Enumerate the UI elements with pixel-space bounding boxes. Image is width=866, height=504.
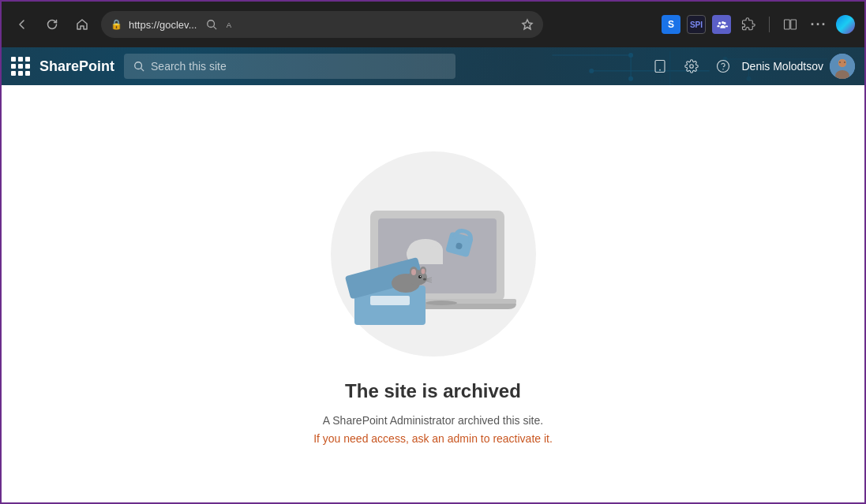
- address-bar[interactable]: 🔒 https://goclev... A: [101, 11, 543, 38]
- svg-point-9: [628, 53, 633, 58]
- waffle-dot: [18, 71, 23, 76]
- svg-point-10: [628, 77, 633, 81]
- svg-point-48: [421, 269, 425, 274]
- more-menu-button[interactable]: ···: [808, 13, 830, 35]
- reader-icon: A: [225, 19, 236, 30]
- archived-illustration: [307, 144, 560, 364]
- site-search-bar[interactable]: Search this site: [124, 54, 455, 79]
- svg-point-50: [419, 276, 420, 277]
- svg-point-49: [418, 275, 422, 278]
- svg-point-46: [411, 269, 416, 275]
- svg-text:A: A: [227, 21, 232, 29]
- waffle-dot: [25, 71, 30, 76]
- search-placeholder: Search this site: [151, 60, 227, 73]
- main-content: The site is archived A SharePoint Admini…: [2, 85, 864, 504]
- svg-rect-5: [791, 20, 797, 29]
- tablet-view-button[interactable]: [647, 54, 673, 79]
- svg-line-18: [141, 69, 144, 72]
- settings-button[interactable]: [679, 54, 704, 79]
- waffle-dot: [25, 64, 30, 69]
- extensions-button[interactable]: [737, 13, 759, 35]
- extension-teams[interactable]: [712, 15, 731, 34]
- waffle-dot: [11, 57, 16, 62]
- home-button[interactable]: [71, 13, 93, 35]
- refresh-button[interactable]: [41, 13, 63, 35]
- back-button[interactable]: [11, 13, 33, 35]
- browser-extensions: S SPI ···: [662, 13, 855, 35]
- svg-point-27: [838, 59, 846, 67]
- url-text: https://goclev...: [129, 19, 197, 31]
- divider: [769, 17, 770, 32]
- waffle-dot: [18, 64, 23, 69]
- illustration-svg: [315, 163, 552, 345]
- archived-title: The site is archived: [345, 380, 521, 402]
- user-name[interactable]: Denis Molodtsov: [742, 60, 824, 73]
- svg-point-29: [844, 62, 845, 63]
- archived-desc-line2: If you need access, ask an admin to reac…: [313, 430, 553, 447]
- svg-point-0: [208, 21, 215, 28]
- browser-chrome: 🔒 https://goclev... A S SPI: [2, 2, 864, 47]
- sharepoint-brand[interactable]: SharePoint: [39, 58, 114, 75]
- search-icon: [133, 61, 144, 72]
- user-avatar[interactable]: [830, 54, 855, 79]
- extension-s[interactable]: S: [662, 15, 680, 34]
- svg-point-21: [689, 65, 693, 69]
- svg-marker-3: [523, 20, 532, 29]
- help-button[interactable]: [710, 54, 736, 79]
- sharepoint-header: SharePoint Search this site: [2, 47, 864, 85]
- svg-rect-4: [785, 20, 790, 29]
- archived-description: A SharePoint Administrator archived this…: [313, 412, 553, 447]
- split-view-button[interactable]: [779, 13, 801, 35]
- waffle-dot: [25, 57, 30, 62]
- waffle-dot: [11, 71, 16, 76]
- waffle-dot: [11, 64, 16, 69]
- svg-line-1: [214, 27, 217, 30]
- zoom-icon: [206, 19, 217, 30]
- svg-point-51: [423, 278, 426, 281]
- waffle-button[interactable]: [11, 57, 30, 76]
- svg-point-11: [589, 69, 594, 73]
- waffle-dot: [18, 57, 23, 62]
- header-right-actions: Denis Molodtsov: [647, 54, 856, 79]
- svg-point-28: [839, 62, 841, 63]
- extension-spi[interactable]: SPI: [687, 15, 706, 34]
- svg-rect-42: [370, 296, 410, 305]
- svg-point-17: [135, 62, 142, 69]
- svg-point-39: [426, 301, 457, 305]
- edge-logo: [836, 15, 855, 34]
- lock-icon: 🔒: [111, 19, 122, 30]
- archived-desc-line1: A SharePoint Administrator archived this…: [313, 412, 553, 429]
- star-icon[interactable]: [521, 18, 534, 31]
- svg-point-22: [717, 61, 729, 73]
